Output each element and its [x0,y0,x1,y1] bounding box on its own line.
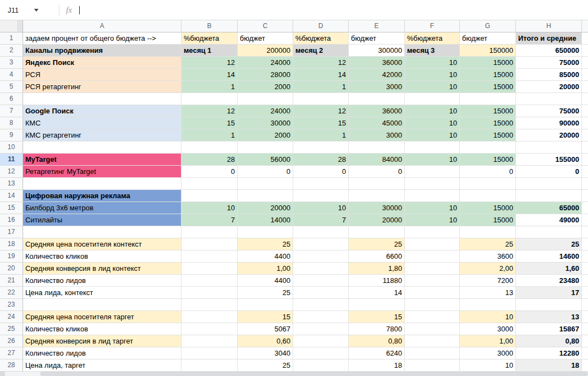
cell-G4[interactable]: 15000 [460,69,516,81]
cell-C8[interactable]: 30000 [238,117,293,129]
cell-G8[interactable]: 15000 [460,117,516,129]
row-header-2[interactable]: 2 [0,45,23,57]
cell-A24[interactable]: Средняя цена посетителя таргет [23,311,182,323]
cell-F8[interactable]: 10 [405,117,460,129]
cell-A6[interactable] [23,93,182,105]
cell-E19[interactable]: 6600 [349,250,405,263]
cell-E16[interactable]: 20000 [349,214,405,226]
cell-E4[interactable]: 42000 [349,69,405,81]
cell-B3[interactable]: 12 [182,57,238,69]
cell-G5[interactable]: 15000 [460,81,516,93]
cell-F3[interactable]: 10 [405,57,460,69]
cell-H7[interactable]: 75000 [516,105,582,117]
column-header-F[interactable]: F [405,20,460,32]
cell-B6[interactable] [182,93,238,105]
cell-B23[interactable] [182,299,238,311]
cell-D22[interactable] [293,287,349,299]
cell-B1[interactable]: %бюджета [182,32,238,45]
select-all-corner[interactable] [0,20,23,32]
cell-E3[interactable]: 36000 [349,57,405,69]
row-header-24[interactable]: 24 [0,311,23,323]
row-header-16[interactable]: 16 [0,214,23,226]
cell-A17[interactable] [23,226,182,238]
cell-D23[interactable] [293,299,349,311]
cell-E5[interactable]: 3000 [349,81,405,93]
cell-A19[interactable]: Количество кликов [23,250,182,263]
horizontal-scrollbar-thumb[interactable] [40,372,588,376]
cell-A3[interactable]: Яндекс Поиск [23,57,182,69]
cell-H12[interactable]: 0 [516,166,582,178]
cell-E26[interactable]: 0,80 [349,335,405,347]
cell-D14[interactable] [293,190,349,202]
cell-F22[interactable] [405,287,460,299]
cell-D2[interactable]: месяц 2 [293,45,349,57]
cell-C4[interactable]: 28000 [238,69,293,81]
cell-B9[interactable]: 1 [182,129,238,141]
cell-E14[interactable] [349,190,405,202]
cell-B28[interactable] [182,359,238,372]
cell-H25[interactable]: 15867 [516,323,582,335]
cell-C18[interactable]: 25 [238,238,293,250]
column-header-H[interactable]: H [516,20,582,32]
cell-C27[interactable]: 3040 [238,347,293,359]
cell-A12[interactable]: Ретаргетинг MyTarget [23,166,182,178]
cell-F26[interactable] [405,335,460,347]
cell-G28[interactable]: 10 [460,359,516,372]
cell-C15[interactable]: 20000 [238,202,293,214]
cell-A26[interactable]: Средняя конверсия в лид таргет [23,335,182,347]
cell-F14[interactable] [405,190,460,202]
cell-C12[interactable]: 0 [238,166,293,178]
cell-F17[interactable] [405,226,460,238]
cell-F2[interactable]: месяц 3 [405,45,460,57]
cell-A7[interactable]: Google Поиск [23,105,182,117]
cell-B7[interactable]: 12 [182,105,238,117]
cell-E10[interactable] [349,141,405,154]
cell-C1[interactable]: бюджет [238,32,293,45]
cell-G9[interactable]: 15000 [460,129,516,141]
cell-G26[interactable]: 1,00 [460,335,516,347]
cell-F5[interactable]: 10 [405,81,460,93]
cell-G2[interactable]: 150000 [460,45,516,57]
cell-E15[interactable]: 30000 [349,202,405,214]
cell-D26[interactable] [293,335,349,347]
cell-H1[interactable]: Итого и средние [516,32,582,45]
cell-H17[interactable] [516,226,582,238]
column-header-B[interactable]: B [182,20,238,32]
cell-F28[interactable] [405,359,460,372]
cell-A13[interactable] [23,178,182,190]
cell-G13[interactable] [460,178,516,190]
cell-D15[interactable]: 10 [293,202,349,214]
row-header-15[interactable]: 15 [0,202,23,214]
cell-G17[interactable] [460,226,516,238]
cell-C26[interactable]: 0,60 [238,335,293,347]
row-header-9[interactable]: 9 [0,129,23,141]
cell-G23[interactable] [460,299,516,311]
row-header-28[interactable]: 28 [0,359,23,372]
cell-G1[interactable]: бюджет [460,32,516,45]
cell-E1[interactable]: бюджет [349,32,405,45]
cell-F1[interactable]: %бюджета [405,32,460,45]
cell-H15[interactable]: 65000 [516,202,582,214]
cell-H24[interactable]: 13 [516,311,582,323]
row-header-12[interactable]: 12 [0,166,23,178]
cell-E23[interactable] [349,299,405,311]
cell-H5[interactable]: 20000 [516,81,582,93]
cell-G19[interactable]: 3600 [460,250,516,263]
cell-B4[interactable]: 14 [182,69,238,81]
cell-H14[interactable] [516,190,582,202]
row-header-3[interactable]: 3 [0,57,23,69]
cell-C20[interactable]: 1,00 [238,263,293,275]
cell-C21[interactable]: 4400 [238,275,293,287]
cell-C7[interactable]: 24000 [238,105,293,117]
cell-G22[interactable]: 13 [460,287,516,299]
row-header-19[interactable]: 19 [0,250,23,263]
cell-D5[interactable]: 1 [293,81,349,93]
cell-A8[interactable]: КМС [23,117,182,129]
row-header-20[interactable]: 20 [0,263,23,275]
cell-B24[interactable] [182,311,238,323]
cell-H20[interactable]: 1,60 [516,263,582,275]
row-header-25[interactable]: 25 [0,323,23,335]
cell-F7[interactable]: 10 [405,105,460,117]
row-header-7[interactable]: 7 [0,105,23,117]
cell-B26[interactable] [182,335,238,347]
